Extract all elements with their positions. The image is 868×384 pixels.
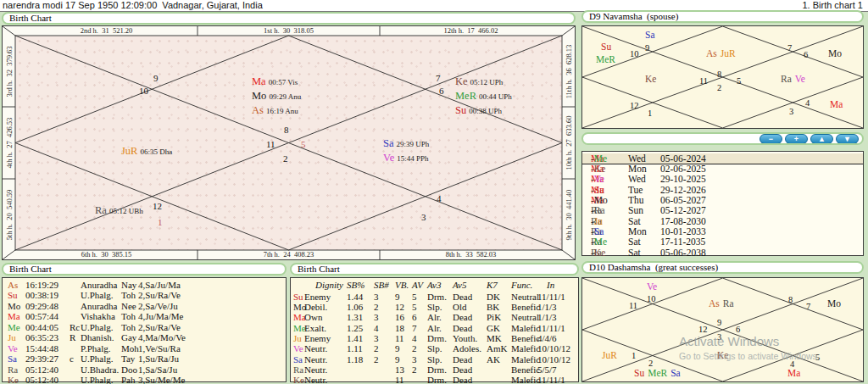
main-birth-chart[interactable]: 2nd h. 31 521.201st h. 30 318.0512th h. …: [2, 25, 576, 260]
planet-label: Ve15:44 PPh: [383, 149, 428, 164]
planet-abbr: Mo: [828, 48, 842, 58]
planet-abbr: Ra: [95, 204, 107, 216]
detail-value: 12: [395, 302, 404, 312]
nakshatra: Vishakha: [81, 311, 115, 321]
house-number: 4: [437, 193, 442, 203]
up-arrow-button[interactable]: ▲: [810, 134, 833, 144]
detail-value: 4: [412, 333, 417, 343]
dasha-row[interactable]: Ra-KeSat05-06-2038: [582, 248, 863, 258]
detail-value: Old: [453, 302, 467, 312]
planet-label: Mo: [827, 298, 841, 309]
planet-abbr: Ke: [293, 375, 304, 384]
dasha-period: Ra-Sa: [591, 226, 594, 237]
detail-value: AK: [487, 354, 500, 365]
house-number: 11: [629, 301, 637, 310]
planet-degree: 09:29 Anu: [269, 92, 301, 101]
dasha-date: 17-11-2035: [660, 237, 705, 247]
dasha-sublord: Ve: [594, 174, 604, 184]
syllable: Nee: [121, 301, 136, 311]
dasha-row[interactable]: Ma-MoThu06-05-2027: [582, 195, 863, 205]
dasha-row[interactable]: Ma-VeWed29-10-2025: [582, 174, 863, 184]
house-number: 3: [421, 212, 426, 222]
planet-abbr: Ma: [787, 368, 800, 378]
dasha-row[interactable]: Ra-JuSat17-08-2030: [582, 216, 863, 226]
detail-value: Drm.: [427, 375, 447, 384]
detail-value: Enemy: [304, 292, 331, 302]
d9-navamsha-chart[interactable]: SaSuMeRAsJuRMoKeRaVeMa109768115212143: [581, 25, 864, 129]
detail-value: 18: [395, 323, 404, 333]
column-header: VB.: [395, 280, 409, 290]
house-number: 6: [804, 50, 808, 59]
planet-abbr: JuR: [602, 350, 617, 360]
detail-value: 3: [374, 292, 379, 302]
table-row: As16:19:29AnuradhaNay4,Sa/Ju/Ma: [3, 280, 286, 290]
dasha-row[interactable]: Ra-SaMon10-01-2033: [582, 226, 863, 237]
navamsha-lords: 4,Sa/Ju/Ma: [138, 280, 181, 290]
detail-value: 5: [412, 302, 417, 312]
house-number: 3: [789, 107, 793, 116]
d9-chart-header: D9 Navamsha (spouse): [581, 10, 864, 23]
table-row: Ke05:12:40U.Phalg.Pah3,Su/Me/Me: [3, 375, 286, 384]
house-number: 12: [698, 325, 708, 334]
detail-value: Benefic: [511, 302, 540, 312]
table-row: RaNeutr.132Drm.DeadBenefic5/5/7: [291, 365, 578, 375]
dasha-row[interactable]: Ma-MeWed05-06-2024: [582, 153, 863, 164]
detail-value: Neutr.: [304, 375, 327, 384]
dasha-sublord: Ra: [594, 205, 605, 215]
dasha-row[interactable]: Ra-RaSun05-12-2027: [582, 205, 863, 215]
house-number: 8: [788, 295, 793, 304]
dasha-sublord: Ke: [594, 164, 605, 174]
vimshottari-dasha-list[interactable]: Ma-MeWed05-06-2024Ma-KeMon02-06-2025Ma-V…: [581, 151, 864, 256]
planet-label: Ma00:57 Vis: [252, 73, 298, 88]
planet-abbr: Ju: [293, 333, 302, 343]
planet-label: JuR: [602, 350, 617, 360]
table-row: Ma00:57:44VishakhaToh4,Ju/Ma/Me: [3, 311, 286, 321]
minus-button[interactable]: −: [760, 134, 782, 144]
column-header: SB%: [347, 280, 364, 290]
house-cusp-label: 8th h. 33 582.03: [380, 250, 562, 259]
dasha-weekday: Mon: [628, 226, 647, 237]
dasha-date: 06-05-2027: [660, 195, 706, 205]
house-number: 1: [648, 109, 652, 118]
detail-value: 3: [374, 333, 379, 343]
down-arrow-button[interactable]: ▼: [836, 134, 859, 144]
house-number: 6: [439, 86, 444, 96]
detail-value: Own: [304, 312, 322, 322]
house-number: 1: [158, 217, 163, 227]
longitude: 06:35:23: [25, 332, 58, 342]
detail-value: 10/10/12: [537, 354, 570, 365]
longitude: 16:19:29: [25, 280, 58, 290]
dasha-row[interactable]: Ra-MeSat17-11-2035: [582, 237, 863, 247]
table-row: SaNeutr.1.18293Slp.DeadAKMalefic10/10/12: [291, 354, 578, 365]
detail-value: Drm.: [427, 333, 447, 343]
dasha-date: 17-08-2030: [660, 216, 706, 226]
chart-person-title: narendra modi 17 Sep 1950 12:09:00 Vadna…: [3, 0, 263, 11]
planet-abbr: MeR: [455, 90, 476, 102]
table-row: VeNeutr.1.11292Slp.Adoles.AmKMalefic10/1…: [291, 343, 578, 353]
syllable: Pah: [121, 375, 136, 384]
detail-value: Enemy: [304, 333, 331, 343]
dasha-period: Ra-Ke: [591, 248, 594, 258]
dasha-row[interactable]: Ma-KeMon02-06-2025: [582, 164, 863, 174]
dasha-weekday: Mon: [628, 164, 647, 174]
vimshottari-title: Vimshottari: [593, 142, 637, 145]
dasha-date: 05-06-2024: [660, 153, 706, 164]
dasha-sublord: Me: [594, 237, 607, 247]
navamsha-lords: 4,Ju/Ma/Me: [138, 311, 183, 321]
detail-value: Slp.: [427, 302, 442, 312]
house-cusp-label: 2nd h. 31 521.20: [15, 26, 198, 36]
detail-value: Slp.: [427, 354, 442, 365]
planet-degree: 16:19 Anu: [266, 107, 298, 115]
planet-label: Sa29:39 UPh: [383, 135, 429, 150]
syllable: Toh: [121, 311, 136, 321]
plus-button[interactable]: +: [785, 134, 808, 144]
planet-label: JuR06:35 Dha: [121, 142, 172, 158]
planet-abbr: Mo: [252, 90, 266, 102]
planet-label: Mo09:29 Anu: [252, 87, 301, 103]
dasha-period: Ma-Su: [591, 185, 594, 195]
syllable: Nay: [121, 280, 136, 290]
house-number: 11: [699, 76, 708, 86]
planet-abbr: As: [252, 104, 264, 116]
dasha-row[interactable]: Ma-SuTue29-12-2026: [582, 185, 863, 195]
d10-dashamsha-chart[interactable]: VeAsRaMoJuRKeSuMeRSaMa111087129631254 Ac…: [581, 277, 864, 382]
